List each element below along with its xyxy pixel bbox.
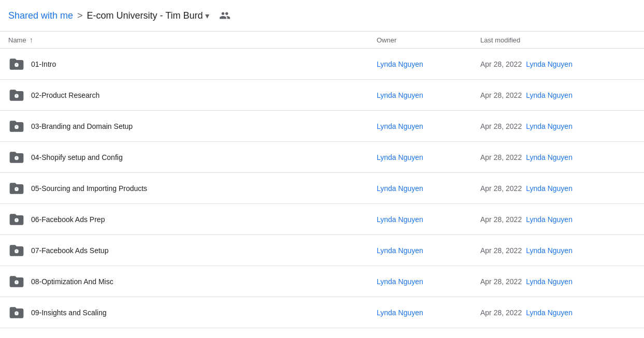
row-name-cell: 03-Branding and Domain Setup: [8, 118, 377, 135]
breadcrumb-folder-name: E-com University - Tim Burd: [87, 10, 203, 21]
row-modified: Apr 28, 2022 Lynda Nguyen: [480, 308, 636, 317]
row-owner: Lynda Nguyen: [377, 153, 480, 161]
shared-folder-icon: [8, 56, 25, 72]
row-modified-date: Apr 28, 2022: [480, 246, 522, 255]
breadcrumb-shared-link[interactable]: Shared with me: [8, 10, 73, 21]
table-row[interactable]: 03-Branding and Domain Setup Lynda Nguye…: [0, 111, 644, 142]
row-folder-name: 05-Sourcing and Importing Products: [31, 184, 147, 193]
row-owner: Lynda Nguyen: [377, 308, 480, 317]
column-header-owner[interactable]: Owner: [377, 36, 480, 44]
row-modified-by: Lynda Nguyen: [526, 215, 573, 224]
breadcrumb-current-folder[interactable]: E-com University - Tim Burd ▾: [87, 10, 209, 21]
row-folder-name: 06-Facebook Ads Prep: [31, 215, 105, 224]
row-modified-date: Apr 28, 2022: [480, 153, 522, 161]
row-modified: Apr 28, 2022 Lynda Nguyen: [480, 184, 636, 193]
shared-folder-icon: [8, 304, 25, 321]
chevron-down-icon: ▾: [205, 11, 209, 21]
row-name-cell: 06-Facebook Ads Prep: [8, 211, 377, 228]
table-row[interactable]: 09-Insights and Scaling Lynda Nguyen Apr…: [0, 297, 644, 328]
row-name-cell: 02-Product Research: [8, 87, 377, 104]
table-row[interactable]: 06-Facebook Ads Prep Lynda Nguyen Apr 28…: [0, 204, 644, 235]
people-icon: [219, 10, 231, 21]
table-row[interactable]: 01-Intro Lynda Nguyen Apr 28, 2022 Lynda…: [0, 49, 644, 80]
row-folder-name: 09-Insights and Scaling: [31, 308, 107, 317]
row-owner: Lynda Nguyen: [377, 215, 480, 224]
row-folder-name: 07-Facebook Ads Setup: [31, 246, 108, 255]
row-modified-date: Apr 28, 2022: [480, 184, 522, 193]
column-header-name[interactable]: Name ↑: [8, 36, 377, 44]
row-modified-date: Apr 28, 2022: [480, 308, 522, 317]
row-modified-by: Lynda Nguyen: [526, 277, 573, 286]
row-owner: Lynda Nguyen: [377, 277, 480, 286]
row-modified: Apr 28, 2022 Lynda Nguyen: [480, 122, 636, 130]
table-body: 01-Intro Lynda Nguyen Apr 28, 2022 Lynda…: [0, 49, 644, 328]
row-folder-name: 08-Optimization And Misc: [31, 277, 113, 286]
name-column-label: Name: [8, 36, 26, 44]
row-owner: Lynda Nguyen: [377, 91, 480, 99]
row-modified: Apr 28, 2022 Lynda Nguyen: [480, 246, 636, 255]
row-folder-name: 02-Product Research: [31, 91, 99, 99]
row-modified-date: Apr 28, 2022: [480, 122, 522, 130]
shared-folder-icon: [8, 180, 25, 197]
table-row[interactable]: 04-Shopify setup and Config Lynda Nguyen…: [0, 142, 644, 173]
table-row[interactable]: 07-Facebook Ads Setup Lynda Nguyen Apr 2…: [0, 235, 644, 266]
row-modified: Apr 28, 2022 Lynda Nguyen: [480, 277, 636, 286]
row-name-cell: 08-Optimization And Misc: [8, 273, 377, 290]
row-owner: Lynda Nguyen: [377, 122, 480, 130]
shared-folder-icon: [8, 273, 25, 290]
row-folder-name: 01-Intro: [31, 60, 56, 68]
table-row[interactable]: 02-Product Research Lynda Nguyen Apr 28,…: [0, 80, 644, 111]
row-name-cell: 09-Insights and Scaling: [8, 304, 377, 321]
table-row[interactable]: 05-Sourcing and Importing Products Lynda…: [0, 173, 644, 204]
row-modified-date: Apr 28, 2022: [480, 60, 522, 68]
row-modified: Apr 28, 2022 Lynda Nguyen: [480, 153, 636, 161]
row-owner: Lynda Nguyen: [377, 246, 480, 255]
row-modified: Apr 28, 2022 Lynda Nguyen: [480, 91, 636, 99]
row-name-cell: 05-Sourcing and Importing Products: [8, 180, 377, 197]
shared-folder-icon: [8, 118, 25, 135]
row-modified-by: Lynda Nguyen: [526, 122, 573, 130]
breadcrumb-bar: Shared with me > E-com University - Tim …: [0, 0, 644, 32]
row-modified-by: Lynda Nguyen: [526, 184, 573, 193]
row-folder-name: 03-Branding and Domain Setup: [31, 122, 133, 130]
row-modified-by: Lynda Nguyen: [526, 246, 573, 255]
row-name-cell: 07-Facebook Ads Setup: [8, 242, 377, 259]
column-header-modified[interactable]: Last modified: [480, 36, 636, 44]
row-modified-by: Lynda Nguyen: [526, 308, 573, 317]
row-owner: Lynda Nguyen: [377, 60, 480, 68]
row-modified-by: Lynda Nguyen: [526, 60, 573, 68]
table-header: Name ↑ Owner Last modified: [0, 32, 644, 49]
breadcrumb-separator: >: [77, 10, 83, 21]
manage-people-button[interactable]: [216, 6, 234, 25]
row-folder-name: 04-Shopify setup and Config: [31, 153, 123, 161]
row-owner: Lynda Nguyen: [377, 184, 480, 193]
row-modified-date: Apr 28, 2022: [480, 215, 522, 224]
shared-folder-icon: [8, 211, 25, 228]
row-modified: Apr 28, 2022 Lynda Nguyen: [480, 215, 636, 224]
table-row[interactable]: 08-Optimization And Misc Lynda Nguyen Ap…: [0, 266, 644, 297]
shared-folder-icon: [8, 149, 25, 166]
row-name-cell: 01-Intro: [8, 56, 377, 72]
row-name-cell: 04-Shopify setup and Config: [8, 149, 377, 166]
row-modified-date: Apr 28, 2022: [480, 91, 522, 99]
row-modified: Apr 28, 2022 Lynda Nguyen: [480, 60, 636, 68]
shared-folder-icon: [8, 87, 25, 104]
sort-ascending-icon: ↑: [30, 36, 33, 44]
row-modified-by: Lynda Nguyen: [526, 91, 573, 99]
row-modified-by: Lynda Nguyen: [526, 153, 573, 161]
row-modified-date: Apr 28, 2022: [480, 277, 522, 286]
file-table: Name ↑ Owner Last modified 01-Intro Lynd…: [0, 32, 644, 328]
shared-folder-icon: [8, 242, 25, 259]
